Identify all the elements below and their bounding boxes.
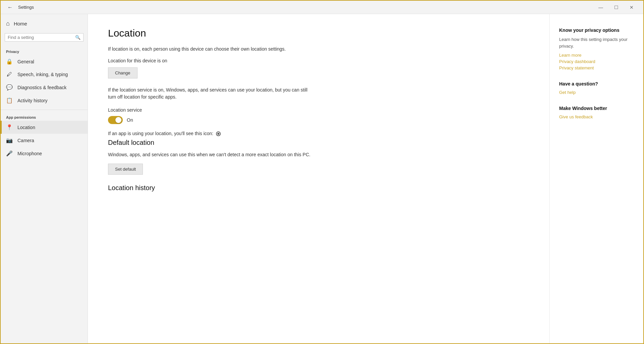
sidebar-item-location[interactable]: 📍 Location [1,121,88,134]
sidebar-item-general[interactable]: 🔒 General [1,55,88,68]
titlebar: ← Settings — ☐ ✕ [1,1,643,14]
sidebar-item-location-label: Location [17,125,35,130]
sidebar-item-activity-label: Activity history [17,98,47,103]
right-panel: Know your privacy options Learn how this… [549,14,643,343]
toggle-label: On [127,117,133,123]
maximize-button[interactable]: ☐ [608,1,624,14]
lock-icon: 🔒 [6,58,13,65]
activity-icon: 📋 [6,97,13,104]
sidebar-item-diagnostics[interactable]: 💬 Diagnostics & feedback [1,81,88,94]
sidebar-item-camera-label: Camera [17,138,34,143]
help-panel-heading: Have a question? [559,81,634,87]
location-app-icon [216,131,221,136]
toggle-knob [115,117,121,123]
main-content: Location If location is on, each person … [88,14,549,343]
privacy-statement-link[interactable]: Privacy statement [559,65,634,70]
sidebar-item-microphone-label: Microphone [17,151,42,156]
change-button[interactable]: Change [108,67,138,78]
app-title: Settings [18,5,34,10]
sidebar-item-general-label: General [17,59,34,64]
learn-more-link[interactable]: Learn more [559,53,634,58]
privacy-section-label: Privacy [1,47,88,55]
app-permissions-label: App permissions [1,113,88,121]
close-button[interactable]: ✕ [624,1,639,14]
sidebar-item-microphone[interactable]: 🎤 Microphone [1,147,88,160]
give-feedback-link[interactable]: Give us feedback [559,114,634,119]
sidebar-item-activity[interactable]: 📋 Activity history [1,94,88,107]
device-status-text: Location for this device is on [108,58,529,63]
privacy-panel-section: Know your privacy options Learn how this… [559,27,634,70]
get-help-link[interactable]: Get help [559,90,634,95]
sidebar-item-home[interactable]: ⌂ Home [1,17,88,31]
sidebar-divider [1,110,88,110]
help-panel-section: Have a question? Get help [559,81,634,95]
main-description: If location is on, each person using thi… [108,46,316,53]
minimize-button[interactable]: — [593,1,608,14]
location-service-toggle[interactable] [108,116,123,124]
microphone-icon: 🎤 [6,150,13,157]
camera-icon: 📷 [6,137,13,144]
sidebar-item-speech[interactable]: 🖊 Speech, inking, & typing [1,68,88,81]
feedback-panel-heading: Make Windows better [559,106,634,111]
icon-hint-text: If an app is using your location, you'll… [108,131,529,136]
speech-icon: 🖊 [6,71,13,77]
privacy-panel-heading: Know your privacy options [559,27,634,33]
sidebar-item-diagnostics-label: Diagnostics & feedback [17,85,66,90]
content-area: ⌂ Home 🔍 Privacy 🔒 General 🖊 Speech, ink… [1,14,643,343]
sidebar-item-speech-label: Speech, inking, & typing [17,72,68,77]
default-location-heading: Default location [108,139,529,147]
sidebar-search-box[interactable]: 🔍 [5,33,84,42]
diagnostics-icon: 💬 [6,84,13,91]
sidebar-item-camera[interactable]: 📷 Camera [1,134,88,147]
home-icon: ⌂ [6,20,10,27]
privacy-panel-text: Learn how this setting impacts your priv… [559,36,634,49]
location-history-heading: Location history [108,184,529,192]
search-input[interactable] [8,35,75,40]
service-description: If the location service is on, Windows, … [108,87,316,101]
back-button[interactable]: ← [5,2,15,13]
feedback-panel-section: Make Windows better Give us feedback [559,106,634,119]
default-location-desc: Windows, apps, and services can use this… [108,151,316,158]
window-controls: — ☐ ✕ [593,1,639,14]
page-title: Location [108,27,529,39]
sidebar: ⌂ Home 🔍 Privacy 🔒 General 🖊 Speech, ink… [1,14,88,343]
toggle-row: On [108,116,529,124]
search-icon: 🔍 [75,35,80,40]
sidebar-home-label: Home [14,21,27,26]
privacy-dashboard-link[interactable]: Privacy dashboard [559,59,634,64]
location-icon: 📍 [6,124,13,130]
service-label: Location service [108,107,529,113]
set-default-button[interactable]: Set default [108,164,143,175]
settings-window: ← Settings — ☐ ✕ ⌂ Home 🔍 Privacy 🔒 [1,1,643,343]
